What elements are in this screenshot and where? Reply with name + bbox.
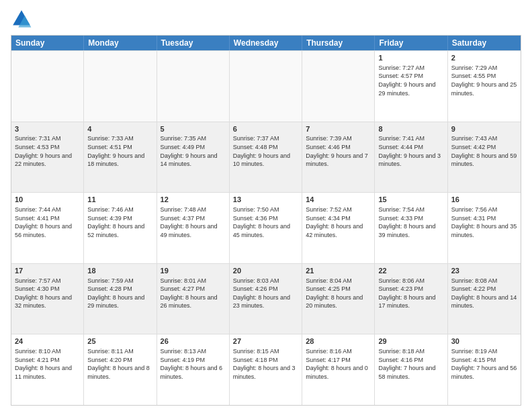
calendar-row-3: 17Sunrise: 7:57 AM Sunset: 4:30 PM Dayli… (11, 263, 521, 334)
calendar-cell: 17Sunrise: 7:57 AM Sunset: 4:30 PM Dayli… (11, 264, 84, 334)
calendar-cell: 4Sunrise: 7:33 AM Sunset: 4:51 PM Daylig… (84, 122, 157, 193)
day-info: Sunrise: 8:11 AM Sunset: 4:20 PM Dayligh… (87, 347, 152, 381)
day-number: 28 (306, 336, 371, 347)
calendar-cell: 25Sunrise: 8:11 AM Sunset: 4:20 PM Dayli… (84, 334, 157, 405)
day-number: 4 (87, 124, 152, 134)
day-number: 6 (233, 124, 298, 134)
calendar-cell: 18Sunrise: 7:59 AM Sunset: 4:28 PM Dayli… (84, 264, 157, 334)
day-info: Sunrise: 7:56 AM Sunset: 4:31 PM Dayligh… (451, 205, 517, 239)
calendar-cell: 5Sunrise: 7:35 AM Sunset: 4:49 PM Daylig… (157, 122, 230, 193)
day-info: Sunrise: 7:41 AM Sunset: 4:44 PM Dayligh… (378, 134, 443, 168)
calendar-cell (302, 51, 375, 122)
calendar-body: 1Sunrise: 7:27 AM Sunset: 4:57 PM Daylig… (11, 50, 521, 405)
calendar-row-2: 10Sunrise: 7:44 AM Sunset: 4:41 PM Dayli… (11, 192, 521, 263)
day-info: Sunrise: 7:27 AM Sunset: 4:57 PM Dayligh… (378, 64, 443, 97)
calendar-cell: 27Sunrise: 8:15 AM Sunset: 4:18 PM Dayli… (230, 334, 302, 405)
day-info: Sunrise: 8:06 AM Sunset: 4:23 PM Dayligh… (378, 277, 443, 310)
header-day-friday: Friday (375, 36, 447, 50)
calendar-cell (230, 51, 302, 122)
day-number: 26 (161, 336, 226, 347)
day-number: 10 (15, 195, 80, 205)
calendar-cell: 16Sunrise: 7:56 AM Sunset: 4:31 PM Dayli… (448, 193, 521, 263)
calendar-cell: 29Sunrise: 8:18 AM Sunset: 4:16 PM Dayli… (375, 334, 447, 405)
day-info: Sunrise: 8:13 AM Sunset: 4:19 PM Dayligh… (161, 347, 226, 381)
day-number: 23 (451, 266, 517, 276)
day-number: 1 (378, 53, 443, 63)
calendar-row-0: 1Sunrise: 7:27 AM Sunset: 4:57 PM Daylig… (11, 50, 521, 122)
day-number: 12 (161, 195, 226, 205)
calendar-cell: 9Sunrise: 7:43 AM Sunset: 4:42 PM Daylig… (448, 122, 521, 193)
header-day-wednesday: Wednesday (230, 36, 302, 50)
calendar-cell: 14Sunrise: 7:52 AM Sunset: 4:34 PM Dayli… (302, 193, 375, 263)
day-info: Sunrise: 8:18 AM Sunset: 4:16 PM Dayligh… (378, 347, 443, 381)
day-number: 27 (233, 336, 298, 347)
day-info: Sunrise: 7:59 AM Sunset: 4:28 PM Dayligh… (87, 277, 152, 310)
day-number: 16 (451, 195, 517, 205)
day-number: 2 (451, 53, 517, 63)
day-info: Sunrise: 8:08 AM Sunset: 4:22 PM Dayligh… (451, 277, 517, 310)
calendar: SundayMondayTuesdayWednesdayThursdayFrid… (11, 35, 521, 406)
day-info: Sunrise: 7:29 AM Sunset: 4:55 PM Dayligh… (451, 64, 517, 97)
calendar-cell: 3Sunrise: 7:31 AM Sunset: 4:53 PM Daylig… (11, 122, 84, 193)
calendar-cell: 19Sunrise: 8:01 AM Sunset: 4:27 PM Dayli… (157, 264, 230, 334)
calendar-cell: 7Sunrise: 7:39 AM Sunset: 4:46 PM Daylig… (302, 122, 375, 193)
day-number: 14 (306, 195, 371, 205)
calendar-cell: 30Sunrise: 8:19 AM Sunset: 4:15 PM Dayli… (448, 334, 521, 405)
day-number: 24 (15, 336, 80, 347)
day-number: 13 (233, 195, 298, 205)
day-info: Sunrise: 7:54 AM Sunset: 4:33 PM Dayligh… (378, 205, 443, 239)
header-day-sunday: Sunday (11, 36, 84, 50)
calendar-cell (157, 51, 230, 122)
calendar-cell: 13Sunrise: 7:50 AM Sunset: 4:36 PM Dayli… (230, 193, 302, 263)
day-info: Sunrise: 7:46 AM Sunset: 4:39 PM Dayligh… (87, 205, 152, 239)
header (11, 8, 521, 30)
day-info: Sunrise: 7:43 AM Sunset: 4:42 PM Dayligh… (451, 134, 517, 168)
day-number: 11 (87, 195, 152, 205)
calendar-cell: 15Sunrise: 7:54 AM Sunset: 4:33 PM Dayli… (375, 193, 447, 263)
day-info: Sunrise: 8:03 AM Sunset: 4:26 PM Dayligh… (233, 277, 298, 310)
day-info: Sunrise: 7:31 AM Sunset: 4:53 PM Dayligh… (15, 134, 80, 168)
calendar-cell: 22Sunrise: 8:06 AM Sunset: 4:23 PM Dayli… (375, 264, 447, 334)
calendar-cell: 11Sunrise: 7:46 AM Sunset: 4:39 PM Dayli… (84, 193, 157, 263)
day-number: 5 (161, 124, 226, 134)
calendar-cell (11, 51, 84, 122)
day-info: Sunrise: 8:04 AM Sunset: 4:25 PM Dayligh… (306, 277, 371, 310)
calendar-cell: 24Sunrise: 8:10 AM Sunset: 4:21 PM Dayli… (11, 334, 84, 405)
header-day-thursday: Thursday (302, 36, 375, 50)
calendar-cell: 20Sunrise: 8:03 AM Sunset: 4:26 PM Dayli… (230, 264, 302, 334)
calendar-cell: 21Sunrise: 8:04 AM Sunset: 4:25 PM Dayli… (302, 264, 375, 334)
day-number: 18 (87, 266, 152, 276)
day-number: 20 (233, 266, 298, 276)
day-number: 17 (15, 266, 80, 276)
day-number: 7 (306, 124, 371, 134)
logo-icon (11, 8, 32, 30)
day-info: Sunrise: 7:39 AM Sunset: 4:46 PM Dayligh… (306, 134, 371, 168)
day-info: Sunrise: 7:50 AM Sunset: 4:36 PM Dayligh… (233, 205, 298, 239)
day-info: Sunrise: 8:19 AM Sunset: 4:15 PM Dayligh… (451, 347, 517, 381)
day-number: 9 (451, 124, 517, 134)
day-info: Sunrise: 7:33 AM Sunset: 4:51 PM Dayligh… (87, 134, 152, 168)
day-number: 29 (378, 336, 443, 347)
header-day-tuesday: Tuesday (157, 36, 230, 50)
header-day-saturday: Saturday (448, 36, 521, 50)
calendar-cell: 1Sunrise: 7:27 AM Sunset: 4:57 PM Daylig… (375, 51, 447, 122)
calendar-cell: 23Sunrise: 8:08 AM Sunset: 4:22 PM Dayli… (448, 264, 521, 334)
day-info: Sunrise: 7:37 AM Sunset: 4:48 PM Dayligh… (233, 134, 298, 168)
day-info: Sunrise: 7:44 AM Sunset: 4:41 PM Dayligh… (15, 205, 80, 239)
day-number: 8 (378, 124, 443, 134)
day-info: Sunrise: 7:48 AM Sunset: 4:37 PM Dayligh… (161, 205, 226, 239)
calendar-cell: 8Sunrise: 7:41 AM Sunset: 4:44 PM Daylig… (375, 122, 447, 193)
calendar-cell: 10Sunrise: 7:44 AM Sunset: 4:41 PM Dayli… (11, 193, 84, 263)
day-number: 15 (378, 195, 443, 205)
calendar-header-row: SundayMondayTuesdayWednesdayThursdayFrid… (11, 36, 521, 50)
calendar-row-4: 24Sunrise: 8:10 AM Sunset: 4:21 PM Dayli… (11, 334, 521, 405)
day-info: Sunrise: 7:57 AM Sunset: 4:30 PM Dayligh… (15, 277, 80, 310)
day-number: 21 (306, 266, 371, 276)
page: SundayMondayTuesdayWednesdayThursdayFrid… (0, 0, 532, 411)
day-info: Sunrise: 8:10 AM Sunset: 4:21 PM Dayligh… (15, 347, 80, 381)
calendar-cell: 28Sunrise: 8:16 AM Sunset: 4:17 PM Dayli… (302, 334, 375, 405)
logo (11, 8, 35, 30)
day-number: 25 (87, 336, 152, 347)
calendar-cell (84, 51, 157, 122)
day-info: Sunrise: 7:52 AM Sunset: 4:34 PM Dayligh… (306, 205, 371, 239)
